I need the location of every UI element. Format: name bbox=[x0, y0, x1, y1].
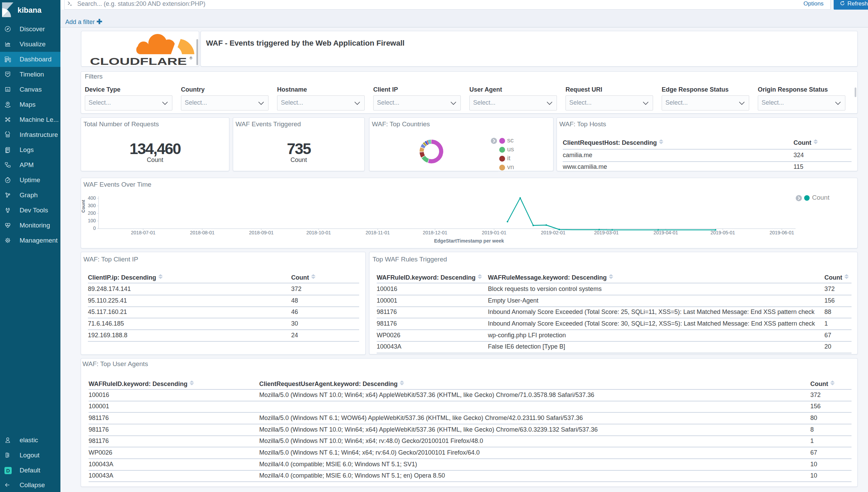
svg-text:Count: Count bbox=[81, 200, 86, 213]
svg-text:EdgeStartTimestamp per week: EdgeStartTimestamp per week bbox=[434, 238, 504, 244]
svg-text:CLOUDFLARE: CLOUDFLARE bbox=[90, 56, 187, 67]
svg-text:2018-10-01: 2018-10-01 bbox=[306, 230, 331, 235]
svg-text:2019-04-01: 2019-04-01 bbox=[653, 230, 678, 235]
svg-text:300: 300 bbox=[88, 203, 96, 208]
svg-text:2018-11-01: 2018-11-01 bbox=[366, 230, 390, 235]
svg-text:2019-06-01: 2019-06-01 bbox=[769, 230, 794, 235]
svg-text:2019-02-01: 2019-02-01 bbox=[541, 230, 566, 235]
svg-text:100: 100 bbox=[88, 218, 96, 223]
svg-text:®: ® bbox=[190, 56, 192, 60]
svg-text:200: 200 bbox=[88, 210, 96, 216]
svg-text:2019-05-01: 2019-05-01 bbox=[710, 230, 735, 235]
svg-text:2019-03-01: 2019-03-01 bbox=[594, 230, 619, 235]
svg-text:400: 400 bbox=[88, 195, 96, 201]
svg-text:2018-12-01: 2018-12-01 bbox=[423, 230, 447, 235]
svg-text:0: 0 bbox=[93, 225, 96, 231]
svg-text:2018-09-01: 2018-09-01 bbox=[249, 230, 274, 235]
svg-text:2018-08-01: 2018-08-01 bbox=[190, 230, 215, 235]
svg-text:2019-01-01: 2019-01-01 bbox=[482, 230, 506, 235]
svg-text:2018-07-01: 2018-07-01 bbox=[131, 230, 156, 235]
